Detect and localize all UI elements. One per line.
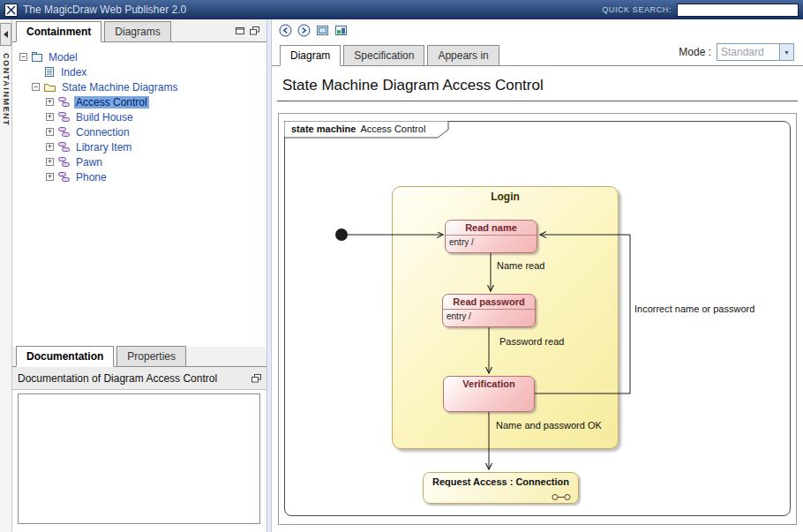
view-as-image-button[interactable] xyxy=(333,22,349,38)
forward-button[interactable] xyxy=(296,22,311,38)
expander-plus-icon[interactable]: + xyxy=(46,98,54,106)
main-area: Diagram Specification Appears in Mode : … xyxy=(272,19,803,532)
tree-row: + Pawn xyxy=(16,154,263,169)
tab-documentation[interactable]: Documentation xyxy=(16,346,114,367)
quick-search-input[interactable] xyxy=(677,4,799,17)
state-machine-diagram-icon xyxy=(57,96,71,108)
transition-label-password-read: Password read xyxy=(499,336,564,347)
tree-item-pawn[interactable]: Pawn xyxy=(74,156,104,169)
state-machine-diagram-icon xyxy=(57,111,71,123)
folder-icon xyxy=(43,81,56,93)
state-title: Read password xyxy=(443,295,535,309)
state-read-name[interactable]: Read name entry / xyxy=(445,220,537,253)
tab-properties[interactable]: Properties xyxy=(116,346,186,366)
state-entry-activity: entry / xyxy=(443,310,535,321)
quick-search-label: QUICK SEARCH: xyxy=(602,5,672,14)
mode-label: Mode : xyxy=(679,46,711,58)
main-tabbar: Diagram Specification Appears in Mode : … xyxy=(272,41,803,66)
tree-item-state-machine-diagrams[interactable]: State Machine Diagrams xyxy=(60,81,179,94)
tree-item-model[interactable]: Model xyxy=(47,51,79,64)
frame-name: Access Control xyxy=(360,124,425,134)
float-panel-icon[interactable] xyxy=(250,26,259,35)
state-login-title: Login xyxy=(393,187,618,203)
state-title: Verification xyxy=(444,377,534,391)
tree-row: + Phone xyxy=(16,169,263,184)
tree-row: + Library Item xyxy=(16,139,263,154)
transition-label-name-read: Name read xyxy=(497,260,544,271)
submachine-icon xyxy=(552,493,571,501)
expander-plus-icon[interactable]: + xyxy=(46,173,54,181)
tree-item-index[interactable]: Index xyxy=(59,66,88,79)
diagram-toolbar xyxy=(277,22,349,38)
tree-row: + Connection xyxy=(16,124,263,139)
chevron-down-icon: ▼ xyxy=(779,44,793,60)
frame-label: state machineAccess Control xyxy=(291,124,425,134)
back-button[interactable] xyxy=(277,22,293,38)
diagram-canvas: state machineAccess Control Login Read n… xyxy=(278,113,797,525)
minimize-panel-icon[interactable] xyxy=(236,26,245,35)
mode-dropdown[interactable]: Standard ▼ xyxy=(717,43,794,61)
tree-item-library-item[interactable]: Library Item xyxy=(74,141,133,154)
transition-label-incorrect: Incorrect name or password xyxy=(634,303,754,314)
titlebar: The MagicDraw Web Publisher 2.0 QUICK SE… xyxy=(0,0,803,19)
expander-plus-icon[interactable]: + xyxy=(46,128,54,136)
documentation-panel: Documentation Properties Documentation o… xyxy=(12,347,266,532)
transition-label-ok: Name and password OK xyxy=(496,420,602,431)
state-entry-activity: entry / xyxy=(446,236,537,247)
mode-value: Standard xyxy=(717,46,779,58)
tree-row: + Build House xyxy=(16,109,263,124)
page-title: State Machine Diagram Access Control xyxy=(277,72,798,99)
tree-row: + Access Control xyxy=(16,94,263,109)
state-machine-diagram-icon xyxy=(57,171,71,183)
state-title: Request Access : Connection xyxy=(424,473,578,487)
state-machine-diagram-icon xyxy=(57,141,71,153)
magicdraw-logo-icon xyxy=(4,4,18,17)
tree-item-phone[interactable]: Phone xyxy=(74,171,109,184)
frame-keyword: state machine xyxy=(291,124,356,134)
state-verification[interactable]: Verification xyxy=(443,376,535,412)
sidebar: Containment Diagrams − Model Index xyxy=(12,19,266,532)
tab-specification[interactable]: Specification xyxy=(343,45,424,65)
model-icon xyxy=(31,51,43,63)
expander-plus-icon[interactable]: + xyxy=(46,143,54,151)
collapse-sidebar-button[interactable] xyxy=(0,23,11,46)
app-title: The MagicDraw Web Publisher 2.0 xyxy=(23,4,186,16)
doc-header: Documentation of Diagram Access Control xyxy=(12,367,266,390)
initial-pseudostate[interactable] xyxy=(335,229,348,241)
containment-tree: − Model Index − State Machine Diagrams + xyxy=(12,42,266,347)
dock-strip: CONTAINMENT xyxy=(0,19,12,532)
tree-row: − Model xyxy=(16,49,263,64)
sidebar-tabbar: Containment Diagrams xyxy=(12,19,266,42)
doc-tabbar: Documentation Properties xyxy=(12,347,266,367)
tree-item-build-house[interactable]: Build House xyxy=(74,111,135,124)
index-icon xyxy=(43,66,56,78)
page-title-wrap: State Machine Diagram Access Control xyxy=(277,72,798,101)
state-read-password[interactable]: Read password entry / xyxy=(442,294,536,327)
collapse-left-icon xyxy=(4,31,8,38)
dock-label: CONTAINMENT xyxy=(0,53,11,168)
tab-containment[interactable]: Containment xyxy=(16,21,101,42)
tree-item-access-control[interactable]: Access Control xyxy=(74,96,149,109)
state-machine-diagram-icon xyxy=(57,156,71,168)
tree-row: Index xyxy=(16,64,263,79)
fit-to-window-button[interactable] xyxy=(314,22,330,38)
state-title: Read name xyxy=(446,221,537,235)
state-request-access[interactable]: Request Access : Connection xyxy=(423,472,579,504)
tab-diagram[interactable]: Diagram xyxy=(280,45,341,66)
doc-content xyxy=(18,393,260,524)
tree-row: − State Machine Diagrams xyxy=(16,79,263,94)
state-machine-diagram-icon xyxy=(57,126,71,138)
tab-diagrams[interactable]: Diagrams xyxy=(104,21,170,41)
expander-plus-icon[interactable]: + xyxy=(46,158,54,166)
expander-plus-icon[interactable]: + xyxy=(46,113,54,121)
tab-appears-in[interactable]: Appears in xyxy=(427,45,499,65)
expander-minus-icon[interactable]: − xyxy=(32,83,40,91)
float-panel-icon[interactable] xyxy=(251,374,261,383)
doc-header-text: Documentation of Diagram Access Control xyxy=(18,372,217,385)
tree-item-connection[interactable]: Connection xyxy=(74,126,131,139)
expander-minus-icon[interactable]: − xyxy=(19,53,27,61)
